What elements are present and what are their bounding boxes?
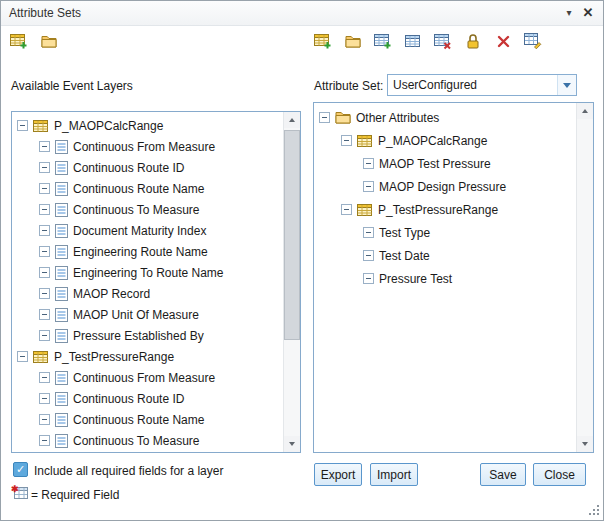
- new-folder-icon[interactable]: [343, 31, 363, 51]
- collapse-box-icon[interactable]: [39, 330, 50, 341]
- available-layers-label: Available Event Layers: [11, 79, 133, 93]
- collapse-box-icon[interactable]: [39, 414, 50, 425]
- collapse-box-icon[interactable]: [39, 183, 50, 194]
- attribute-set-label: Attribute Set:: [314, 79, 383, 93]
- tree-item-label: MAOP Unit Of Measure: [73, 308, 199, 322]
- include-required-checkbox[interactable]: ✓: [13, 462, 28, 477]
- resize-grip[interactable]: [587, 504, 600, 517]
- event-table-icon: [33, 119, 49, 133]
- collapse-box-icon[interactable]: [341, 204, 352, 215]
- collapse-box-icon[interactable]: [17, 120, 28, 131]
- tree-item[interactable]: Continuous Route ID: [12, 157, 283, 178]
- collapse-box-icon[interactable]: [363, 250, 374, 261]
- tree-item[interactable]: Pressure Test: [314, 267, 576, 290]
- scroll-down-button[interactable]: [577, 436, 593, 452]
- collapse-box-icon[interactable]: [363, 181, 374, 192]
- attribute-table-icon[interactable]: [403, 31, 423, 51]
- tree-item[interactable]: P_TestPressureRange: [12, 346, 283, 367]
- tree-item[interactable]: MAOP Unit Of Measure: [12, 304, 283, 325]
- tree-item-label: MAOP Test Pressure: [379, 157, 491, 171]
- field-icon: [55, 413, 68, 427]
- tree-item[interactable]: MAOP Record: [12, 283, 283, 304]
- collapse-box-icon[interactable]: [39, 288, 50, 299]
- available-layers-tree: P_MAOPCalcRangeContinuous From MeasureCo…: [12, 115, 283, 452]
- svg-text:✱: ✱: [11, 484, 19, 494]
- collapse-box-icon[interactable]: [363, 227, 374, 238]
- open-folder-icon[interactable]: [39, 31, 59, 51]
- tree-item[interactable]: Continuous From Measure: [12, 367, 283, 388]
- tree-item[interactable]: Test Type: [314, 221, 576, 244]
- tree-item[interactable]: Other Attributes: [314, 106, 576, 129]
- add-event-layer-icon[interactable]: [9, 31, 29, 51]
- scroll-down-button[interactable]: [284, 436, 300, 452]
- scroll-up-button[interactable]: [577, 103, 593, 119]
- collapse-box-icon[interactable]: [341, 135, 352, 146]
- tree-item[interactable]: Continuous Route Name: [12, 178, 283, 199]
- arrow-down-icon: [289, 442, 295, 446]
- tree-item[interactable]: P_TestPressureRange: [314, 198, 576, 221]
- tree-item-label: Continuous Route ID: [73, 392, 184, 406]
- right-tree-scrollbar[interactable]: [576, 103, 593, 452]
- event-table-icon: [357, 203, 373, 217]
- collapse-box-icon[interactable]: [39, 435, 50, 446]
- collapse-box-icon[interactable]: [39, 204, 50, 215]
- collapse-box-icon[interactable]: [39, 162, 50, 173]
- chevron-down-icon: [563, 83, 571, 88]
- collapse-box-icon[interactable]: [39, 225, 50, 236]
- add-attribute-icon[interactable]: [373, 31, 393, 51]
- collapse-box-icon[interactable]: [363, 273, 374, 284]
- delete-attribute-set-icon[interactable]: [493, 31, 513, 51]
- field-icon: [55, 287, 68, 301]
- window-menu-icon[interactable]: ▾: [561, 1, 577, 25]
- scroll-up-button[interactable]: [284, 112, 300, 128]
- collapse-box-icon[interactable]: [39, 372, 50, 383]
- tree-item[interactable]: Engineering Route Name: [12, 241, 283, 262]
- tree-item[interactable]: Continuous From Measure: [12, 136, 283, 157]
- collapse-box-icon[interactable]: [39, 267, 50, 278]
- collapse-box-icon[interactable]: [39, 246, 50, 257]
- tree-item[interactable]: Continuous Route ID: [12, 388, 283, 409]
- tree-item[interactable]: P_MAOPCalcRange: [314, 129, 576, 152]
- combo-dropdown-button[interactable]: [557, 75, 576, 95]
- scrollbar-thumb[interactable]: [284, 130, 300, 340]
- tree-item[interactable]: Pressure Established By: [12, 325, 283, 346]
- arrow-up-icon: [582, 109, 588, 113]
- import-button[interactable]: Import: [370, 463, 418, 486]
- collapse-box-icon[interactable]: [39, 393, 50, 404]
- include-required-label: Include all required fields for a layer: [34, 464, 223, 478]
- tree-item-label: MAOP Design Pressure: [379, 180, 506, 194]
- toolbar-left: [9, 31, 69, 51]
- tree-item[interactable]: P_MAOPCalcRange: [12, 115, 283, 136]
- tree-item[interactable]: Continuous Route Name: [12, 409, 283, 430]
- window-close-icon[interactable]: ✕: [580, 1, 596, 25]
- attribute-set-combobox[interactable]: UserConfigured: [387, 74, 577, 96]
- collapse-box-icon[interactable]: [319, 112, 330, 123]
- tree-item-label: Continuous To Measure: [73, 434, 200, 448]
- titlebar[interactable]: Attribute Sets ▾ ✕: [1, 1, 603, 26]
- export-button[interactable]: Export: [314, 463, 362, 486]
- collapse-box-icon[interactable]: [39, 141, 50, 152]
- add-event-table-icon[interactable]: [313, 31, 333, 51]
- close-button[interactable]: Close: [533, 463, 586, 486]
- tree-item-label: Engineering Route Name: [73, 245, 208, 259]
- tree-item[interactable]: MAOP Test Pressure: [314, 152, 576, 175]
- tree-item[interactable]: Test Date: [314, 244, 576, 267]
- tree-item[interactable]: Continuous To Measure: [12, 199, 283, 220]
- scrollbar-track[interactable]: [577, 119, 593, 436]
- tree-item[interactable]: MAOP Design Pressure: [314, 175, 576, 198]
- event-table-icon: [357, 134, 373, 148]
- save-button[interactable]: Save: [480, 463, 526, 486]
- edit-attribute-set-icon[interactable]: [523, 31, 543, 51]
- required-field-icon: ✱: [11, 484, 28, 500]
- left-tree-scrollbar[interactable]: [283, 112, 300, 452]
- collapse-box-icon[interactable]: [17, 351, 28, 362]
- tree-item[interactable]: Continuous To Measure: [12, 430, 283, 451]
- collapse-box-icon[interactable]: [363, 158, 374, 169]
- collapse-box-icon[interactable]: [39, 309, 50, 320]
- remove-attribute-icon[interactable]: [433, 31, 453, 51]
- tree-item[interactable]: Document Maturity Index: [12, 220, 283, 241]
- scrollbar-track[interactable]: [284, 128, 300, 436]
- field-icon: [55, 392, 68, 406]
- save-attribute-set-icon[interactable]: [463, 31, 483, 51]
- tree-item[interactable]: Engineering To Route Name: [12, 262, 283, 283]
